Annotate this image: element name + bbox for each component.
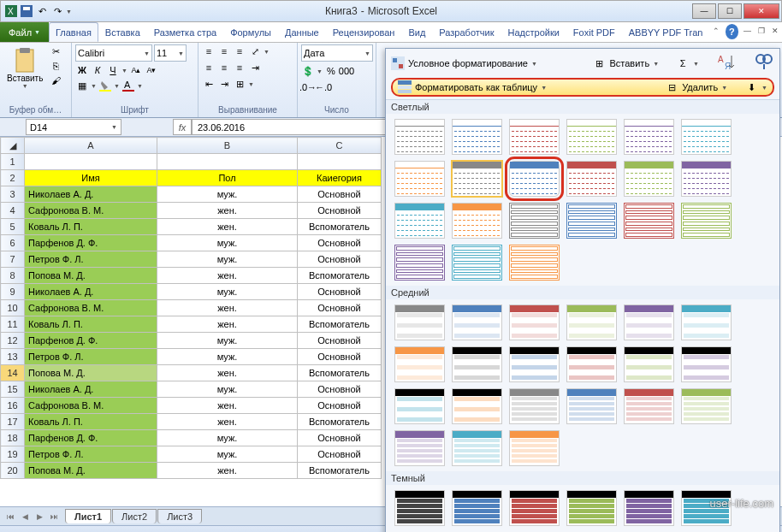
row-header[interactable]: 17 xyxy=(1,414,25,430)
cell[interactable]: Имя xyxy=(25,170,157,186)
cell[interactable]: Сафронова В. М. xyxy=(25,203,157,219)
row-header[interactable]: 10 xyxy=(1,300,25,316)
cell[interactable]: Петров Ф. Л. xyxy=(25,349,157,365)
cell[interactable]: жен. xyxy=(157,398,298,414)
copy-icon[interactable]: ⎘ xyxy=(49,59,62,73)
table-style-swatch[interactable] xyxy=(452,203,502,239)
cell[interactable]: Николаев А. Д. xyxy=(25,284,157,300)
first-sheet-icon[interactable]: ⏮ xyxy=(3,510,17,523)
table-style-swatch[interactable] xyxy=(452,346,502,382)
help-icon[interactable]: ? xyxy=(726,24,739,39)
font-name-combo[interactable]: Calibri▼ xyxy=(75,44,152,62)
table-style-swatch[interactable] xyxy=(394,119,445,155)
row-header[interactable]: 20 xyxy=(1,463,25,479)
table-style-swatch[interactable] xyxy=(509,490,560,526)
paste-button[interactable]: Вставить ▼ xyxy=(3,44,46,91)
row-header[interactable]: 14 xyxy=(1,365,25,381)
table-style-swatch[interactable] xyxy=(566,346,617,382)
table-style-swatch[interactable] xyxy=(394,388,445,424)
cell[interactable]: муж. xyxy=(157,349,298,365)
cut-icon[interactable]: ✂ xyxy=(49,44,62,58)
table-style-swatch[interactable] xyxy=(566,388,617,424)
table-style-swatch[interactable] xyxy=(624,119,674,155)
ribbon-tab[interactable]: Вставка xyxy=(98,22,147,42)
table-style-swatch[interactable] xyxy=(394,203,445,239)
table-style-swatch[interactable] xyxy=(394,346,445,382)
qat-dropdown-icon[interactable]: ▼ xyxy=(66,9,72,15)
cell[interactable]: Попова М. Д. xyxy=(25,463,157,479)
cell[interactable]: Вспомогатель xyxy=(298,316,382,333)
sort-filter-icon[interactable]: АЯ xyxy=(716,52,737,74)
cell[interactable]: Вспомогатель xyxy=(298,268,382,284)
ribbon-tab[interactable]: Foxit PDF xyxy=(566,22,622,42)
table-style-swatch[interactable] xyxy=(452,245,502,281)
table-style-swatch[interactable] xyxy=(452,490,502,526)
file-tab[interactable]: Файл ▼ xyxy=(0,22,49,42)
prev-sheet-icon[interactable]: ◀ xyxy=(18,510,32,523)
table-style-swatch[interactable] xyxy=(624,388,674,424)
cell[interactable]: Вспомогатель xyxy=(298,365,382,381)
table-style-swatch[interactable] xyxy=(681,119,732,155)
table-style-swatch[interactable] xyxy=(509,161,560,197)
row-header[interactable]: 19 xyxy=(1,446,25,463)
merge-cells-icon[interactable]: ⊞ xyxy=(233,77,246,91)
decrease-decimal-icon[interactable]: ←.0 xyxy=(317,80,330,94)
cell[interactable]: Петров Ф. Л. xyxy=(25,446,157,463)
table-style-swatch[interactable] xyxy=(394,490,445,526)
row-header[interactable]: 8 xyxy=(1,268,25,284)
cell[interactable]: Основной xyxy=(298,203,382,219)
ribbon-tab[interactable]: Вид xyxy=(401,22,432,42)
fill-icon[interactable]: ⬇ xyxy=(744,80,758,94)
fx-icon[interactable]: fx xyxy=(173,119,192,135)
cell[interactable]: Основной xyxy=(298,284,382,300)
table-style-swatch[interactable] xyxy=(624,161,674,197)
table-style-swatch[interactable] xyxy=(394,245,445,281)
bold-icon[interactable]: Ж xyxy=(75,63,89,77)
underline-icon[interactable]: Ч xyxy=(106,63,120,77)
cell[interactable]: жен. xyxy=(157,365,298,381)
table-style-swatch[interactable] xyxy=(566,119,617,155)
maximize-button[interactable]: ☐ xyxy=(718,3,742,19)
table-style-swatch[interactable] xyxy=(509,119,560,155)
table-style-swatch[interactable] xyxy=(624,346,674,382)
conditional-formatting-button[interactable]: Условное форматирование▼ ⊞Вставить▼ Σ▼ А… xyxy=(391,51,774,75)
cell[interactable]: Коваль Л. П. xyxy=(25,414,157,430)
ribbon-tab[interactable]: Рецензирован xyxy=(326,22,402,42)
table-style-swatch[interactable] xyxy=(509,346,560,382)
undo-icon[interactable]: ↶ xyxy=(35,4,49,18)
table-style-swatch[interactable] xyxy=(681,388,732,424)
save-icon[interactable] xyxy=(20,4,33,18)
table-style-swatch[interactable] xyxy=(509,203,560,239)
table-style-swatch[interactable] xyxy=(509,304,560,340)
cell[interactable]: Основной xyxy=(298,398,382,414)
ribbon-tab[interactable]: Разметка стра xyxy=(147,22,223,42)
borders-icon[interactable]: ▦ xyxy=(75,79,89,92)
cell[interactable]: Сафронова В. М. xyxy=(25,398,157,414)
cell[interactable]: Основной xyxy=(298,235,382,251)
cell[interactable]: жен. xyxy=(157,219,298,235)
row-header[interactable]: 2 xyxy=(1,170,25,186)
cell[interactable]: жен. xyxy=(157,268,298,284)
ribbon-tab[interactable]: ABBYY PDF Tran xyxy=(622,22,710,42)
font-size-combo[interactable]: 11▼ xyxy=(154,44,187,62)
ribbon-tab[interactable]: Главная xyxy=(49,22,98,42)
table-style-swatch[interactable] xyxy=(624,304,674,340)
orientation-icon[interactable]: ⤢ xyxy=(248,44,262,58)
mdi-minimize-icon[interactable]: — xyxy=(742,25,752,37)
table-style-swatch[interactable] xyxy=(394,430,445,466)
cell[interactable]: муж. xyxy=(157,333,298,349)
ribbon-tab[interactable]: Формулы xyxy=(223,22,278,42)
cell[interactable]: Коваль Л. П. xyxy=(25,219,157,235)
decrease-indent-icon[interactable]: ⇤ xyxy=(202,77,216,91)
row-header[interactable]: 1 xyxy=(1,154,25,170)
row-header[interactable]: 3 xyxy=(1,186,25,203)
comma-icon[interactable]: 000 xyxy=(340,64,353,78)
row-header[interactable]: 15 xyxy=(1,381,25,398)
cell[interactable]: жен. xyxy=(157,203,298,219)
insert-cells-icon[interactable]: ⊞ xyxy=(592,56,606,70)
row-header[interactable]: 5 xyxy=(1,219,25,235)
delete-cells-icon[interactable]: ⊟ xyxy=(665,80,678,94)
close-button[interactable]: ✕ xyxy=(743,3,779,19)
table-style-swatch[interactable] xyxy=(509,245,560,281)
cell[interactable]: Основной xyxy=(298,381,382,398)
